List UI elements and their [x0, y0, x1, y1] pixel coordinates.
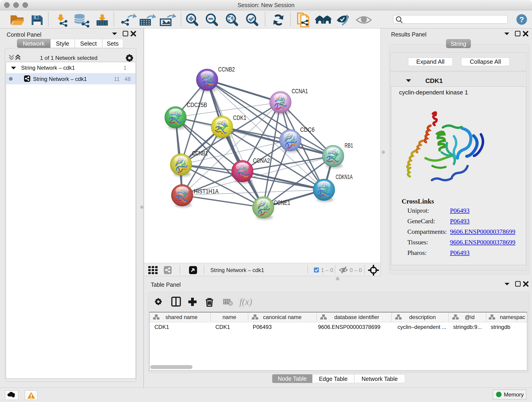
svg-text:CCNB2: CCNB2 [218, 66, 235, 73]
svg-text:CDC25B: CDC25B [187, 101, 207, 108]
svg-text:description: description [409, 314, 436, 320]
svg-text:namespac: namespac [500, 314, 525, 320]
svg-text:CDC6: CDC6 [300, 126, 315, 133]
svg-text:f(x): f(x) [239, 297, 252, 307]
svg-text:CDKN1A: CDKN1A [336, 173, 353, 180]
svg-text:CCNA1: CCNA1 [292, 88, 308, 95]
svg-text:0 – 0: 0 – 0 [350, 267, 362, 273]
svg-text:String Network – cdk1: String Network – cdk1 [210, 267, 264, 273]
svg-text:database identifier: database identifier [334, 314, 379, 320]
svg-text:stringdb: stringdb [491, 324, 510, 330]
svg-text:stringdb:9...: stringdb:9... [453, 324, 482, 330]
svg-text:CCNE1: CCNE1 [273, 199, 290, 206]
svg-text:shared name: shared name [165, 314, 197, 320]
svg-text:canonical name: canonical name [263, 314, 302, 320]
svg-text:CCNA2: CCNA2 [253, 157, 270, 164]
svg-text:9606.ENSP00000378699: 9606.ENSP00000378699 [318, 324, 380, 330]
svg-text:name: name [222, 314, 236, 320]
svg-text:CCNB1: CCNB1 [192, 150, 208, 157]
svg-text:CDK1: CDK1 [154, 324, 169, 330]
svg-text:cyclin–dependent ...: cyclin–dependent ... [398, 324, 446, 330]
svg-text:?: ? [519, 15, 524, 24]
svg-text:P06493: P06493 [253, 324, 272, 330]
svg-text:CDK1: CDK1 [233, 114, 246, 121]
svg-text:@id: @id [465, 314, 475, 320]
svg-text:CDK1: CDK1 [215, 324, 230, 330]
svg-text:1 – 0: 1 – 0 [321, 267, 333, 273]
svg-text:RB1: RB1 [345, 142, 353, 149]
svg-text:HIST1H1A: HIST1H1A [194, 188, 219, 195]
